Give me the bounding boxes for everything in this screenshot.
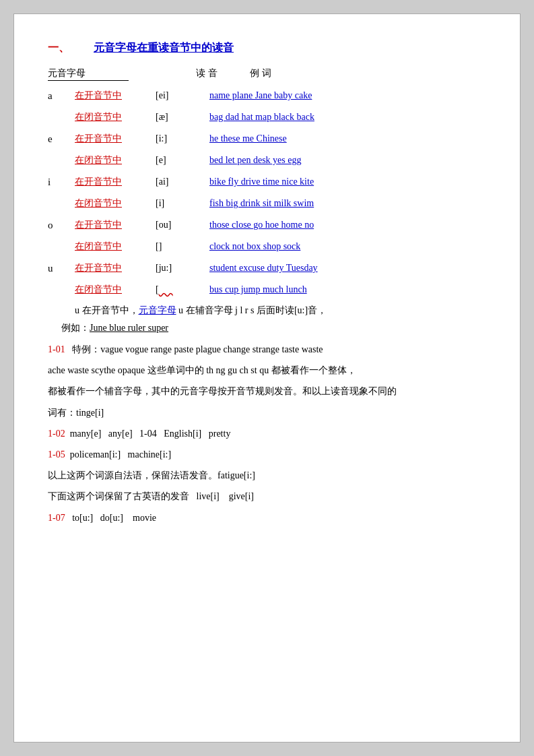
vowel-row-i-closed: 在闭音节中 [i] fish big drink sit milk swim [48, 194, 486, 213]
vowel-group-o: o 在开音节中 [ou] those close go hoe home no … [48, 216, 486, 256]
syllable-closed-a: 在闭音节中 [75, 111, 156, 123]
vowel-row-u-closed: 在闭音节中 [ bus cup jump much lunch [48, 280, 486, 299]
syllable-open-i: 在开音节中 [75, 176, 156, 188]
vowel-row-o-closed: 在闭音节中 [] clock not box shop sock [48, 237, 486, 256]
phonetic-i-open: [ai] [156, 177, 209, 187]
vowel-group-a: a 在开音节中 [ei] name plane Jane baby cake 在… [48, 86, 486, 127]
phonetic-a-closed: [æ] [156, 112, 209, 123]
vowel-row-e-closed: 在闭音节中 [e] bed let pen desk yes egg [48, 151, 486, 170]
phonetic-o-closed: [] [156, 241, 209, 252]
syllable-open-e: 在开音节中 [75, 133, 156, 145]
phonetic-i-closed: [i] [156, 198, 209, 209]
phonetic-e-closed: [e] [156, 155, 209, 166]
examples-i-open: bike fly drive time nice kite [209, 177, 486, 187]
special-line-7: 以上这两个词源自法语，保留法语发音。fatigue[i:] [48, 467, 486, 484]
syllable-closed-i: 在闭音节中 [75, 197, 156, 210]
syllable-open-o: 在开音节中 [75, 219, 156, 231]
vowel-group-i: i 在开音节中 [ai] bike fly drive time nice ki… [48, 172, 486, 213]
vowel-row-o-open: o 在开音节中 [ou] those close go hoe home no [48, 216, 486, 234]
syllable-closed-u: 在闭音节中 [75, 284, 156, 296]
vowel-row-u-open: u 在开音节中 [ju:] student excuse duty Tuesda… [48, 259, 486, 278]
header-example: 例 词 [250, 67, 486, 81]
vowel-a: a [48, 90, 75, 102]
header-vowel: 元音字母 [48, 67, 129, 81]
phonetic-o-open: [ou] [156, 220, 209, 230]
example-words: June blue ruler super [90, 323, 168, 333]
examples-o-open: those close go hoe home no [209, 220, 486, 230]
phonetic-u-open: [ju:] [156, 263, 209, 274]
special-line-1: 1-01 特例：vague vogue range paste plague c… [48, 341, 486, 358]
section-title: 一、 元音字母在重读音节中的读音 [48, 41, 486, 55]
syllable-open-u: 在开音节中 [75, 262, 156, 274]
page: 一、 元音字母在重读音节中的读音 元音字母 读 音 例 词 a 在开音节中 [e… [13, 13, 521, 743]
special-line-8: 下面这两个词保留了古英语的发音 live[i] give[i] [48, 488, 486, 505]
special-line-6: 1-05 policeman[i:] machine[i:] [48, 446, 486, 463]
examples-a-closed: bag dad hat map black back [209, 112, 486, 123]
header-phonetic: 读 音 [196, 67, 250, 81]
syllable-closed-o: 在闭音节中 [75, 241, 156, 253]
vowel-group-e: e 在开音节中 [i:] he these me Chinese 在闭音节中 [… [48, 129, 486, 170]
vowel-group-u: u 在开音节中 [ju:] student excuse duty Tuesda… [48, 259, 486, 299]
examples-a-open: name plane Jane baby cake [209, 90, 486, 101]
examples-e-closed: bed let pen desk yes egg [209, 155, 486, 166]
label-1-02: 1-02 [48, 429, 65, 439]
syllable-closed-e: 在闭音节中 [75, 154, 156, 166]
section-num: 一、 [48, 41, 69, 55]
vowel-row-a-open: a 在开音节中 [ei] name plane Jane baby cake [48, 86, 486, 105]
examples-u-open: student excuse duty Tuesday [209, 263, 486, 274]
phonetic-e-open: [i:] [156, 133, 209, 144]
special-line-2: ache waste scythe opaque 这些单词中的 th ng gu… [48, 362, 486, 379]
special-section: 1-01 特例：vague vogue range paste plague c… [48, 341, 486, 526]
vowel-row-a-closed: 在闭音节中 [æ] bag dad hat map black back [48, 108, 486, 127]
examples-i-closed: fish big drink sit milk swim [209, 198, 486, 209]
title-link[interactable]: 元音字母在重读音节中的读音 [94, 41, 234, 55]
label-1-01: 1-01 [48, 344, 65, 354]
vowel-u: u [48, 263, 75, 274]
phonetic-a-open: [ei] [156, 90, 209, 101]
u-note: u 在开音节中，元音字母 u 在辅音字母 j l r s 后面时读[u:]音， [75, 305, 486, 317]
phonetic-u-closed: [ [156, 284, 209, 295]
u-note-link: 元音字母 [139, 305, 176, 315]
vowel-o: o [48, 220, 75, 231]
label-1-05: 1-05 [48, 449, 65, 460]
vowel-row-i-open: i 在开音节中 [ai] bike fly drive time nice ki… [48, 172, 486, 191]
vowel-row-e-open: e 在开音节中 [i:] he these me Chinese [48, 129, 486, 148]
special-line-3: 都被看作一个辅音字母，其中的元音字母按开音节规则发音。和以上读音现象不同的 [48, 383, 486, 400]
special-line-5: 1-02 many[e] any[e] 1-04 English[i] pret… [48, 425, 486, 442]
examples-u-closed: bus cup jump much lunch [209, 284, 486, 295]
special-line-9: 1-07 to[u:] do[u:] movie [48, 509, 486, 526]
examples-o-closed: clock not box shop sock [209, 241, 486, 252]
example-words-row: 例如：June blue ruler super [61, 322, 486, 334]
examples-e-open: he these me Chinese [209, 133, 486, 144]
syllable-open-a: 在开音节中 [75, 90, 156, 102]
special-line-4: 词有：tinge[i] [48, 404, 486, 421]
vowel-e: e [48, 133, 75, 145]
table-header: 元音字母 读 音 例 词 [48, 67, 486, 81]
vowel-i: i [48, 177, 75, 188]
label-1-07: 1-07 [48, 513, 65, 523]
